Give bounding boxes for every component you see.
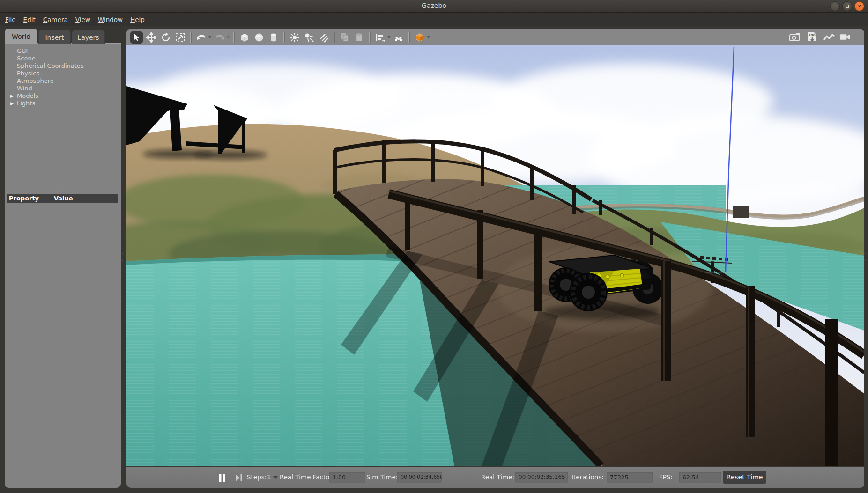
world-tree: GUI Scene Spherical Coordinates Physics … bbox=[5, 47, 121, 107]
tree-item-lights[interactable]: Lights bbox=[5, 100, 121, 107]
expand-arrow-icon[interactable] bbox=[10, 92, 14, 100]
steps-label: Steps: bbox=[247, 473, 267, 481]
toolbar-separator bbox=[408, 32, 409, 43]
view-angle-dropdown[interactable]: ▼ bbox=[427, 35, 430, 39]
toolbar-separator bbox=[334, 32, 334, 43]
snap-button[interactable] bbox=[392, 31, 405, 44]
tree-item-spherical-coordinates[interactable]: Spherical Coordinates bbox=[5, 62, 121, 70]
sim-time-label: Sim Time: bbox=[366, 473, 398, 481]
view-angle-cube-icon bbox=[414, 32, 425, 43]
menu-camera[interactable]: Camera bbox=[39, 14, 72, 25]
property-column-header: Property bbox=[9, 195, 39, 202]
expand-arrow-icon[interactable] bbox=[10, 100, 14, 107]
svg-text:LOG: LOG bbox=[809, 33, 816, 37]
move-icon bbox=[146, 32, 156, 43]
toolbar-separator bbox=[369, 32, 370, 43]
undo-history-dropdown[interactable]: ▼ bbox=[208, 35, 211, 39]
viewport: ▼ ▼ bbox=[126, 29, 864, 466]
tree-item-gui[interactable]: GUI bbox=[5, 47, 121, 55]
select-tool-button[interactable] bbox=[130, 31, 143, 44]
video-camera-icon bbox=[839, 33, 852, 42]
pause-button[interactable] bbox=[216, 472, 228, 483]
steps-value[interactable]: 1 bbox=[267, 473, 271, 481]
scale-icon bbox=[175, 32, 185, 43]
copy-button[interactable] bbox=[338, 31, 351, 44]
align-dropdown[interactable]: ▼ bbox=[387, 35, 390, 39]
real-time-label: Real Time: bbox=[481, 473, 514, 481]
rtf-label: Real Time Factor: bbox=[280, 473, 334, 481]
toolbar-separator bbox=[190, 32, 191, 43]
left-panel: GUI Scene Spherical Coordinates Physics … bbox=[5, 27, 121, 488]
redo-history-dropdown[interactable]: ▼ bbox=[227, 35, 230, 39]
time-panel: Steps: 1 Real Time Factor: 1.00 Sim Time… bbox=[126, 467, 864, 488]
undo-icon bbox=[196, 33, 207, 42]
tree-item-atmosphere[interactable]: Atmosphere bbox=[5, 77, 121, 85]
title-bar[interactable]: Gazebo — ✕ bbox=[0, 0, 868, 13]
left-splitter-handle[interactable]: ······ bbox=[122, 250, 124, 265]
camera-icon bbox=[789, 33, 801, 42]
tab-insert[interactable]: Insert bbox=[38, 30, 71, 44]
pause-icon bbox=[219, 474, 225, 482]
panel-splitter-handle[interactable]: ······ bbox=[5, 190, 121, 193]
menu-window[interactable]: Window bbox=[94, 14, 126, 25]
plot-icon bbox=[823, 33, 835, 42]
cylinder-icon bbox=[269, 33, 278, 42]
scale-tool-button[interactable] bbox=[174, 31, 186, 44]
step-forward-icon bbox=[235, 474, 243, 481]
log-icon: LOG bbox=[807, 32, 817, 43]
menu-help[interactable]: Help bbox=[126, 14, 148, 25]
viewport-canvas[interactable] bbox=[126, 45, 864, 466]
magnet-icon bbox=[393, 32, 404, 43]
redo-button[interactable] bbox=[213, 31, 226, 44]
real-time-value: 00 00:02:35.165 bbox=[515, 472, 568, 483]
tab-layers[interactable]: Layers bbox=[72, 30, 105, 44]
redo-icon bbox=[214, 33, 225, 42]
tree-item-wind[interactable]: Wind bbox=[5, 85, 121, 92]
robot[interactable] bbox=[543, 255, 663, 319]
maximize-icon bbox=[846, 5, 849, 8]
spot-light-button[interactable] bbox=[303, 31, 315, 44]
video-record-button[interactable] bbox=[839, 31, 852, 44]
menu-file[interactable]: File bbox=[1, 14, 20, 25]
insert-cylinder-button[interactable] bbox=[267, 31, 280, 44]
right-splitter-handle[interactable]: ······ bbox=[865, 250, 867, 265]
close-button[interactable]: ✕ bbox=[854, 1, 864, 11]
plot-button[interactable] bbox=[823, 31, 835, 44]
minimize-button[interactable]: — bbox=[830, 1, 840, 11]
directional-light-icon bbox=[319, 32, 329, 43]
view-angle-button[interactable] bbox=[413, 31, 426, 44]
window-title: Gazebo bbox=[0, 2, 868, 9]
iterations-value: 77325 bbox=[607, 472, 653, 483]
tree-item-scene[interactable]: Scene bbox=[5, 55, 121, 62]
directional-light-button[interactable] bbox=[317, 31, 330, 44]
steps-dropdown[interactable] bbox=[273, 476, 278, 479]
menu-view[interactable]: View bbox=[72, 14, 94, 25]
menu-edit[interactable]: Edit bbox=[20, 14, 39, 25]
sphere-icon bbox=[254, 33, 264, 42]
iterations-label: Iterations: bbox=[571, 473, 604, 481]
point-light-button[interactable] bbox=[288, 31, 301, 44]
rotate-icon bbox=[161, 32, 171, 43]
box-icon bbox=[240, 33, 249, 42]
paste-button[interactable] bbox=[353, 31, 365, 44]
step-button[interactable] bbox=[233, 472, 245, 483]
insert-sphere-button[interactable] bbox=[252, 31, 265, 44]
screenshot-button[interactable] bbox=[789, 31, 801, 44]
align-button[interactable] bbox=[374, 31, 386, 44]
rtf-value: 1.00 bbox=[329, 472, 365, 483]
rotate-tool-button[interactable] bbox=[159, 31, 172, 44]
cursor-arrow-icon bbox=[133, 33, 141, 42]
toolbar-separator bbox=[233, 32, 234, 43]
reset-time-button[interactable]: Reset Time bbox=[723, 471, 766, 484]
undo-button[interactable] bbox=[195, 31, 208, 44]
insert-box-button[interactable] bbox=[238, 31, 251, 44]
maximize-button[interactable] bbox=[842, 1, 852, 11]
render-toolbar: ▼ ▼ bbox=[126, 29, 864, 45]
translate-tool-button[interactable] bbox=[145, 31, 157, 44]
tab-world[interactable]: World bbox=[5, 29, 37, 44]
log-record-button[interactable]: LOG bbox=[806, 31, 818, 44]
world-pane: GUI Scene Spherical Coordinates Physics … bbox=[5, 43, 121, 488]
tree-item-physics[interactable]: Physics bbox=[5, 70, 121, 77]
sim-time-value: 00 00:02:34.650 bbox=[397, 472, 442, 483]
tree-item-models[interactable]: Models bbox=[5, 92, 121, 100]
